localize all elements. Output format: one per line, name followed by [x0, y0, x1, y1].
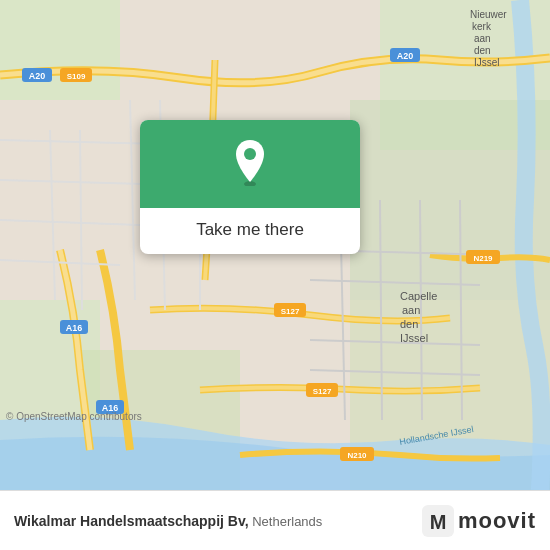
- location-tooltip: Take me there: [140, 120, 360, 254]
- svg-text:S127: S127: [313, 387, 332, 396]
- tooltip-header: [140, 120, 360, 208]
- svg-text:IJssel: IJssel: [474, 57, 500, 68]
- svg-text:M: M: [430, 511, 447, 533]
- svg-text:aan: aan: [402, 304, 420, 316]
- map-container[interactable]: A20 A20 S109 S127 S127 A16 A16 S109 N219…: [0, 0, 550, 490]
- moovit-icon: M: [422, 505, 454, 537]
- pin-icon: [232, 138, 268, 186]
- svg-text:A20: A20: [29, 71, 46, 81]
- svg-text:A20: A20: [397, 51, 414, 61]
- svg-text:Nieuwer: Nieuwer: [470, 9, 507, 20]
- svg-text:den: den: [474, 45, 491, 56]
- business-info: Wikalmar Handelsmaatschappij Bv, Netherl…: [14, 513, 322, 529]
- svg-text:N210: N210: [347, 451, 367, 460]
- svg-point-55: [244, 148, 256, 160]
- moovit-text: moovit: [458, 508, 536, 534]
- svg-rect-1: [0, 0, 120, 100]
- moovit-logo: M moovit: [422, 505, 536, 537]
- svg-text:IJssel: IJssel: [400, 332, 428, 344]
- svg-text:Capelle: Capelle: [400, 290, 437, 302]
- svg-text:aan: aan: [474, 33, 491, 44]
- svg-text:kerk: kerk: [472, 21, 492, 32]
- svg-text:S127: S127: [281, 307, 300, 316]
- svg-text:S109: S109: [67, 72, 86, 81]
- country-label: Netherlands: [252, 514, 322, 529]
- svg-text:den: den: [400, 318, 418, 330]
- bottom-bar: Wikalmar Handelsmaatschappij Bv, Netherl…: [0, 490, 550, 550]
- business-name: Wikalmar Handelsmaatschappij Bv,: [14, 513, 249, 529]
- copyright-text: © OpenStreetMap contributors: [6, 411, 142, 422]
- svg-text:N219: N219: [473, 254, 493, 263]
- svg-text:A16: A16: [66, 323, 83, 333]
- take-me-there-button[interactable]: Take me there: [140, 208, 360, 254]
